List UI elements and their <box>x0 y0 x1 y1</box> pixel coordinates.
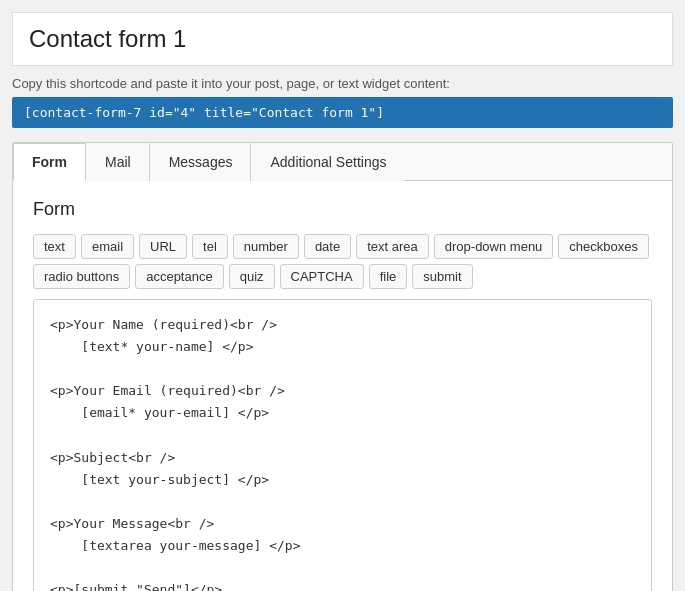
title-box: Contact form 1 <box>12 12 673 66</box>
form-section-title: Form <box>33 199 652 220</box>
tag-btn-quiz[interactable]: quiz <box>229 264 275 289</box>
tag-btn-number[interactable]: number <box>233 234 299 259</box>
tag-btn-submit[interactable]: submit <box>412 264 472 289</box>
tag-btn-textarea[interactable]: text area <box>356 234 429 259</box>
tab-content-form: Form text email URL tel number date text… <box>13 181 672 591</box>
tag-btn-text[interactable]: text <box>33 234 76 259</box>
shortcode-bar[interactable]: [contact-form-7 id="4" title="Contact fo… <box>12 97 673 128</box>
tab-additional-settings[interactable]: Additional Settings <box>251 143 404 181</box>
tag-btn-acceptance[interactable]: acceptance <box>135 264 224 289</box>
tag-btn-tel[interactable]: tel <box>192 234 228 259</box>
tag-btn-file[interactable]: file <box>369 264 408 289</box>
shortcode-instruction: Copy this shortcode and paste it into yo… <box>12 76 673 91</box>
page-title: Contact form 1 <box>29 25 656 53</box>
tabs-nav: Form Mail Messages Additional Settings <box>13 143 672 181</box>
tag-btn-email[interactable]: email <box>81 234 134 259</box>
tag-btn-dropdown[interactable]: drop-down menu <box>434 234 554 259</box>
tab-mail[interactable]: Mail <box>86 143 150 181</box>
tag-btn-url[interactable]: URL <box>139 234 187 259</box>
tag-btn-checkboxes[interactable]: checkboxes <box>558 234 649 259</box>
tag-buttons-row: text email URL tel number date text area… <box>33 234 652 289</box>
tag-btn-radio[interactable]: radio buttons <box>33 264 130 289</box>
tab-messages[interactable]: Messages <box>150 143 252 181</box>
page-wrapper: Contact form 1 Copy this shortcode and p… <box>12 12 673 591</box>
form-code-editor[interactable]: <p>Your Name (required)<br /> [text* you… <box>33 299 652 591</box>
tabs-container: Form Mail Messages Additional Settings F… <box>12 142 673 591</box>
tag-btn-date[interactable]: date <box>304 234 351 259</box>
tab-form[interactable]: Form <box>13 143 86 181</box>
tag-btn-captcha[interactable]: CAPTCHA <box>280 264 364 289</box>
